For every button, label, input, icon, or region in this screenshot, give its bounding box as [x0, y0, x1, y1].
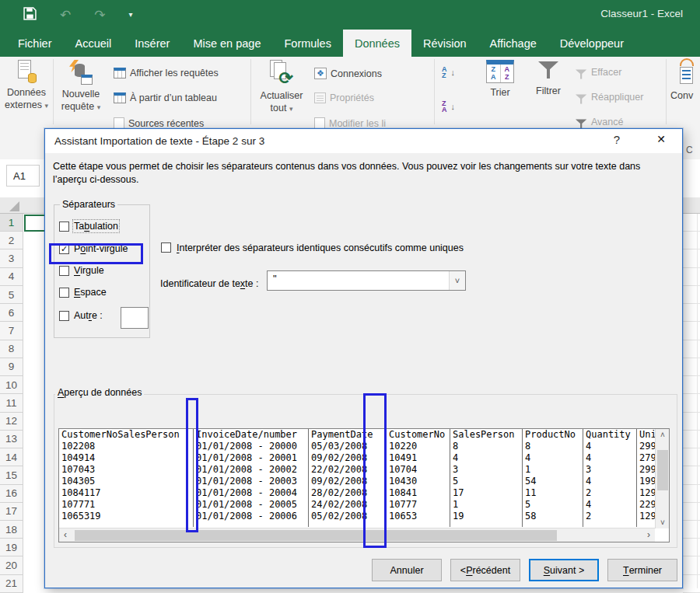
tab-mise-en-page[interactable]: Mise en page — [181, 30, 272, 57]
effacer-button[interactable]: Effacer — [576, 66, 621, 78]
row-header-1[interactable]: 1 — [0, 214, 23, 232]
select-all-corner[interactable] — [9, 201, 19, 211]
checkbox-virgule[interactable] — [59, 266, 69, 276]
preview-vertical-scrollbar[interactable]: ˄ ˅ — [655, 429, 669, 528]
separators-group-label: Séparateurs — [60, 199, 117, 210]
tab-affichage[interactable]: Affichage — [478, 30, 548, 57]
column-header-strip[interactable] — [0, 197, 44, 214]
scroll-right-icon[interactable]: › — [642, 528, 655, 542]
scroll-up-icon[interactable]: ˄ — [656, 429, 670, 441]
checkbox-tabulation[interactable] — [59, 222, 69, 232]
filtrer-label: Filtrer — [536, 85, 561, 96]
nouvelle-requete-label: Nouvelle — [62, 89, 100, 99]
horizontal-scroll-thumb[interactable] — [75, 530, 557, 541]
customize-qat-icon[interactable]: ▾ — [129, 11, 133, 19]
row-header-2[interactable]: 2 — [0, 232, 23, 249]
reappliquer-button[interactable]: Réappliquer — [576, 91, 643, 103]
consecutive-checkbox[interactable] — [161, 242, 171, 253]
tab-donnees[interactable]: Données — [343, 30, 411, 57]
actualiser-label: Actualiser — [261, 90, 303, 101]
column-header-strip-right[interactable] — [683, 197, 700, 214]
row-header-11[interactable]: 11 — [0, 394, 23, 412]
row-header-10[interactable]: 10 — [0, 376, 23, 394]
checkbox-espace[interactable] — [59, 288, 69, 298]
terminer-button[interactable]: Terminer — [607, 559, 677, 581]
scroll-left-icon[interactable]: ‹ — [59, 528, 72, 542]
from-table-icon — [114, 92, 126, 103]
precedent-button[interactable]: < Précédent — [450, 559, 520, 581]
separator-option-autre[interactable]: Autre : — [59, 310, 103, 321]
annuler-button[interactable]: Annuler — [372, 559, 442, 581]
proprietes-button[interactable]: Propriétés — [314, 92, 374, 103]
donnees-externes-button[interactable]: Données externes ▾ — [2, 60, 51, 112]
redo-icon[interactable]: ↷ — [94, 9, 105, 22]
text-to-columns-icon — [678, 60, 697, 86]
dropdown-caret-icon: ▾ — [289, 105, 293, 113]
row-header-7[interactable]: 7 — [0, 322, 23, 340]
tab-fichier[interactable]: Fichier — [6, 30, 64, 57]
row-header-20[interactable]: 20 — [0, 556, 23, 574]
separator-option-espace[interactable]: Espace — [59, 287, 107, 298]
label-tabulation: Tabulation — [74, 221, 118, 232]
ribbon-separator — [666, 59, 667, 124]
filtrer-button[interactable]: Filtrer — [527, 60, 569, 97]
row-header-9[interactable]: 9 — [0, 358, 23, 376]
annotation-box-point-virgule — [49, 243, 143, 264]
ribbon-separator — [434, 59, 435, 124]
suivant-button[interactable]: Suivant > — [529, 559, 599, 581]
row-header-17[interactable]: 17 — [0, 503, 23, 521]
text-qualifier-combobox[interactable]: " ˅ — [267, 270, 466, 291]
row-header-6[interactable]: 6 — [0, 304, 23, 322]
avance-button[interactable]: Avancé — [576, 116, 623, 127]
row-header-21[interactable]: 21 — [0, 575, 23, 593]
row-header-15[interactable]: 15 — [0, 466, 23, 484]
show-queries-icon — [114, 68, 126, 78]
preview-horizontal-scrollbar[interactable]: ‹ › — [59, 528, 655, 542]
vertical-scroll-thumb[interactable] — [657, 450, 668, 490]
a-partir-tableau-label: À partir d’un tableau — [130, 92, 217, 103]
row-header-19[interactable]: 19 — [0, 539, 23, 556]
consecutive-separators-checkbox-row[interactable]: Interpréter des séparateurs identiques c… — [161, 242, 464, 253]
row-header-3[interactable]: 3 — [0, 249, 23, 267]
row-header-8[interactable]: 8 — [0, 340, 23, 358]
convertir-label: Conv — [670, 90, 693, 101]
row-header-13[interactable]: 13 — [0, 431, 23, 448]
undo-icon[interactable]: ↶ — [60, 9, 71, 22]
row-header-16[interactable]: 16 — [0, 485, 23, 503]
sort-ascending-button[interactable]: AZ↓ — [442, 66, 455, 78]
nouvelle-requete-button[interactable]: Nouvelle requête ▾ — [56, 60, 106, 113]
separator-option-virgule[interactable]: Virgule — [59, 265, 104, 276]
chevron-down-icon[interactable]: ˅ — [449, 271, 465, 290]
help-icon[interactable]: ? — [607, 133, 626, 150]
convertir-button[interactable]: Conv — [670, 60, 700, 102]
checkbox-autre[interactable] — [59, 311, 69, 321]
close-icon[interactable]: ✕ — [651, 133, 671, 150]
dialog-title-bar[interactable]: Assistant Importation de texte - Étape 2… — [45, 129, 682, 153]
tab-developpeur[interactable]: Développeur — [548, 30, 635, 57]
row-header-18[interactable]: 18 — [0, 521, 23, 539]
row-header-14[interactable]: 14 — [0, 448, 23, 466]
tab-formules[interactable]: Formules — [272, 30, 342, 57]
row-header-4[interactable]: 4 — [0, 268, 23, 286]
afficher-requetes-button[interactable]: Afficher les requêtes — [114, 68, 219, 78]
scroll-down-icon[interactable]: ˅ — [656, 517, 670, 528]
annotation-box-column-break-1 — [186, 398, 198, 532]
separator-option-tabulation[interactable]: Tabulation — [59, 221, 118, 232]
new-query-icon — [69, 60, 93, 85]
row-header-5[interactable]: 5 — [0, 286, 23, 304]
tab-inserer[interactable]: Insérer — [123, 30, 181, 57]
connexions-button[interactable]: ❖ Connexions — [314, 68, 382, 79]
name-box[interactable]: A1 — [6, 165, 40, 187]
save-icon[interactable] — [23, 7, 37, 23]
trier-button[interactable]: ZAAZ Trier — [476, 60, 524, 99]
row-header-12[interactable]: 12 — [0, 413, 23, 431]
tab-accueil[interactable]: Accueil — [64, 30, 124, 57]
actualiser-tout-button[interactable]: ⟳ Actualiser tout ▾ — [257, 60, 306, 115]
text-qualifier-label: Identificateur de texte : — [160, 278, 258, 289]
a-partir-tableau-button[interactable]: À partir d’un tableau — [114, 92, 217, 103]
tab-revision[interactable]: Révision — [411, 30, 478, 57]
autre-separator-input[interactable] — [121, 307, 149, 329]
ribbon-separator — [53, 59, 54, 124]
sort-descending-button[interactable]: ZA↓ — [442, 100, 455, 113]
preview-column-6: Quantity4434242 — [583, 429, 637, 527]
